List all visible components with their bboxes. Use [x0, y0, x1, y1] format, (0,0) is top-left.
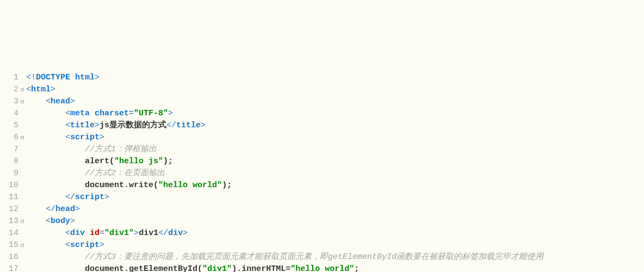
- token: [85, 228, 90, 238]
- code-content: </head>: [26, 203, 644, 215]
- line-number: 4: [0, 108, 21, 120]
- token: html: [75, 73, 95, 82]
- code-content: //方式1：弹框输出: [26, 144, 644, 156]
- token: <: [46, 217, 51, 226]
- line-number: 11: [0, 191, 21, 203]
- line-number: 16: [0, 251, 21, 263]
- token: <: [65, 133, 70, 142]
- code-content: <html>: [26, 84, 644, 96]
- token: "hello world": [290, 264, 354, 272]
- token: id: [90, 228, 100, 238]
- token: .: [124, 264, 129, 272]
- fold-marker[interactable]: ⊟: [21, 96, 26, 108]
- token: >: [51, 85, 55, 94]
- token: div: [168, 228, 183, 238]
- token: title: [70, 121, 95, 130]
- token: >: [104, 193, 109, 202]
- token: </: [166, 121, 176, 130]
- token: ).: [232, 264, 242, 272]
- code-line: 10 document.write("hello world");: [0, 180, 644, 191]
- code-content: //方式3：要注意的问题，先加载完页面元素才能获取页面元素，即getElemen…: [26, 251, 644, 263]
- code-content: <title>js显示数据的方式</title>: [26, 120, 644, 132]
- fold-marker: [21, 108, 26, 120]
- fold-marker[interactable]: ⊟: [21, 239, 26, 251]
- token: head: [55, 205, 75, 214]
- code-content: document.write("hello world");: [26, 180, 644, 191]
- code-editor: https://blog.csdn.net/@51CTO博客 1 <!DOCTY…: [0, 48, 644, 272]
- token: </: [65, 193, 75, 202]
- line-number: 2: [0, 84, 21, 96]
- token: innerHTML: [242, 264, 286, 272]
- fold-marker: [21, 191, 26, 203]
- token: head: [51, 97, 70, 106]
- token: document: [85, 264, 124, 272]
- token: alert: [85, 157, 109, 166]
- token: =: [129, 109, 134, 118]
- token: getElementById: [129, 264, 197, 272]
- fold-marker: [21, 203, 26, 215]
- token: >: [70, 217, 75, 226]
- token: <: [65, 109, 70, 118]
- fold-marker: [21, 72, 26, 84]
- code-content: <head>: [26, 96, 644, 108]
- code-line: 14 <div id="div1">div1</div>: [0, 227, 644, 239]
- token: </: [158, 228, 168, 238]
- token: >: [95, 73, 100, 82]
- token: <: [65, 240, 70, 250]
- fold-marker[interactable]: ⊟: [21, 215, 26, 227]
- token: js显示数据的方式: [100, 121, 166, 130]
- token: //方式1：弹框输出: [85, 145, 157, 154]
- fold-marker: [21, 263, 26, 272]
- fold-marker: [21, 120, 26, 132]
- token: [70, 73, 75, 82]
- code-content: </script>: [26, 191, 644, 203]
- code-line: 4 <meta charset="UTF-8">: [0, 108, 644, 120]
- fold-marker: [21, 251, 26, 263]
- line-number: 17: [0, 263, 21, 272]
- fold-marker: [21, 144, 26, 156]
- code-line: 5 <title>js显示数据的方式</title>: [0, 120, 644, 132]
- line-number: 3: [0, 96, 21, 108]
- line-number: 14: [0, 227, 21, 239]
- code-line: 12 </head>: [0, 203, 644, 215]
- code-line: 3⊟ <head>: [0, 96, 644, 108]
- code-line: 7 //方式1：弹框输出: [0, 144, 644, 156]
- token: >: [95, 121, 100, 130]
- token: >: [134, 228, 139, 238]
- token: "hello world": [158, 181, 222, 190]
- code-content: <!DOCTYPE html>: [26, 72, 644, 84]
- token: "div1": [202, 264, 232, 272]
- code-line: 15⊟ <script>: [0, 239, 644, 251]
- line-number: 1: [0, 72, 21, 84]
- fold-marker: [21, 168, 26, 180]
- token: charset: [95, 109, 129, 118]
- token: .: [124, 181, 129, 190]
- code-line: 1 <!DOCTYPE html>: [0, 72, 644, 84]
- line-number: 13: [0, 215, 21, 227]
- token: document: [85, 181, 124, 190]
- token: =: [286, 264, 290, 272]
- token: [90, 109, 95, 118]
- token: title: [176, 121, 201, 130]
- token: script: [70, 133, 100, 142]
- code-content: alert("hello js");: [26, 156, 644, 168]
- code-line: 11 </script>: [0, 191, 644, 203]
- fold-marker[interactable]: ⊟: [21, 84, 26, 96]
- code-line: 9 //方式2：在页面输出: [0, 168, 644, 180]
- token: ;: [354, 264, 359, 272]
- code-content: <body>: [26, 215, 644, 227]
- token: script: [70, 240, 100, 250]
- fold-marker: [21, 180, 26, 191]
- token: );: [163, 157, 173, 166]
- token: html: [31, 85, 51, 94]
- token: body: [51, 217, 70, 226]
- token: );: [222, 181, 232, 190]
- code-line: 2⊟<html>: [0, 84, 644, 96]
- line-number: 10: [0, 180, 21, 191]
- fold-marker: [21, 227, 26, 239]
- token: (: [197, 264, 202, 272]
- fold-marker[interactable]: ⊟: [21, 132, 26, 144]
- line-number: 7: [0, 144, 21, 156]
- code-content: <meta charset="UTF-8">: [26, 108, 644, 120]
- code-content: <script>: [26, 132, 644, 144]
